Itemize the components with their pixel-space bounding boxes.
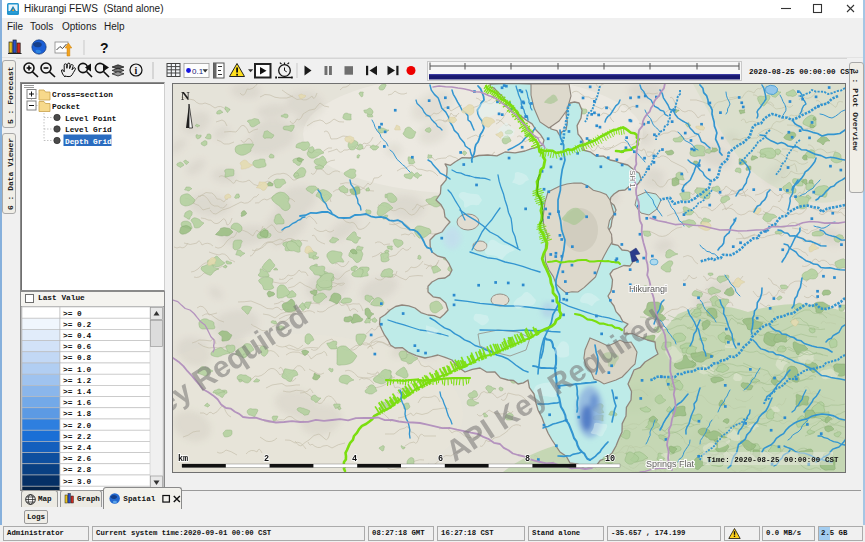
svg-text:5 : Forecast: 5 : Forecast: [6, 66, 15, 124]
svg-text:>= 1.4: >= 1.4: [63, 388, 91, 396]
svg-text:>= 2.0: >= 2.0: [63, 422, 91, 430]
svg-text:6 : Data Viewer: 6 : Data Viewer: [6, 138, 15, 210]
svg-text:>= 2.4: >= 2.4: [63, 444, 91, 452]
svg-text:>= 1.8: >= 1.8: [63, 410, 91, 418]
svg-text:>= 0.2: >= 0.2: [63, 321, 91, 329]
svg-text:?: ?: [100, 40, 109, 56]
svg-text:>= 2.2: >= 2.2: [63, 433, 91, 441]
svg-text:km: km: [178, 454, 188, 464]
svg-text:2: 2: [264, 454, 269, 464]
svg-text:10: 10: [605, 454, 615, 464]
svg-text:Level Point: Level Point: [65, 115, 116, 123]
svg-text:Time: 2020-08-25 00:00:00 CST: Time: 2020-08-25 00:00:00 CST: [707, 456, 839, 464]
svg-text:8: 8: [525, 454, 530, 464]
svg-text:>= 1.6: >= 1.6: [63, 399, 91, 407]
svg-text:Pocket: Pocket: [52, 103, 80, 111]
svg-text:6: 6: [438, 454, 443, 464]
svg-text:>= 0.8: >= 0.8: [63, 354, 91, 362]
svg-text:i: i: [135, 65, 138, 76]
svg-text:>= 2.6: >= 2.6: [63, 455, 91, 463]
svg-text:>= 3.0: >= 3.0: [63, 478, 91, 486]
svg-text:3 : Plot Overview: 3 : Plot Overview: [851, 69, 860, 151]
svg-text:>= 2.8: >= 2.8: [63, 466, 91, 474]
svg-text:>= 1.2: >= 1.2: [63, 377, 91, 385]
svg-text:>= 1.0: >= 1.0: [63, 366, 91, 374]
svg-text:Level Grid: Level Grid: [65, 126, 112, 134]
svg-text:>= 0.4: >= 0.4: [63, 332, 91, 340]
svg-text:Cross=section: Cross=section: [52, 91, 113, 99]
svg-text:4: 4: [352, 454, 357, 464]
svg-text:0.1: 0.1: [192, 67, 204, 76]
svg-text:>= 0: >= 0: [63, 310, 82, 318]
svg-text:>= 0.6: >= 0.6: [63, 343, 91, 351]
svg-text:Depth Grid: Depth Grid: [65, 138, 112, 146]
